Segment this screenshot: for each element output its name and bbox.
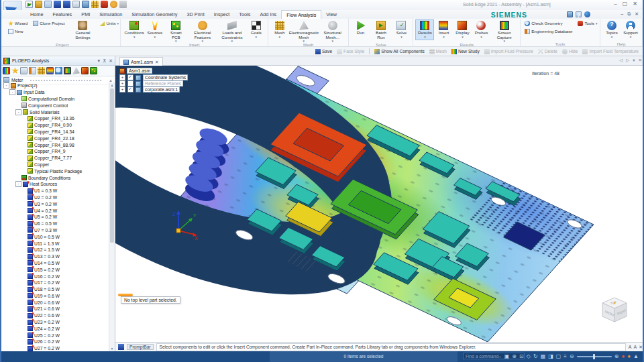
expand-toggle[interactable] (21, 156, 26, 160)
tree-item[interactable]: Copper_FR4_0.90 (1, 122, 109, 129)
tree-item[interactable]: - Heat Sources (1, 181, 109, 188)
expand-toggle[interactable] (21, 129, 26, 134)
tab-close-all-icon[interactable]: ✕ (639, 58, 642, 63)
expand-toggle[interactable] (21, 116, 26, 121)
expand-toggle[interactable]: + (119, 80, 125, 86)
expand-toggle[interactable] (21, 188, 26, 193)
statusbar-icon[interactable]: ⊖ (570, 354, 574, 359)
tools2-icon[interactable] (101, 1, 108, 8)
solve-icon[interactable] (72, 1, 80, 8)
menu-tab[interactable]: 3D Print (182, 10, 209, 19)
facestyle-icon[interactable] (119, 1, 127, 8)
tree-item[interactable]: U4 = 0.2 W (1, 207, 109, 214)
doc-close-icon[interactable]: ✕ (635, 11, 639, 16)
promptbar-control[interactable]: A (629, 345, 632, 350)
topics-icon[interactable] (584, 11, 590, 17)
tree-item[interactable]: U26 = 0.2 W (1, 339, 109, 345)
promptbar-control[interactable]: ✕ (639, 345, 643, 350)
context-toolbar-item[interactable]: Save (315, 49, 332, 54)
menu-tab[interactable]: Home (25, 10, 48, 19)
expand-toggle[interactable] (21, 143, 26, 147)
context-toolbar-item[interactable]: Import Fluid Pressure (484, 49, 533, 54)
doc-minimize-icon[interactable]: – (621, 11, 623, 16)
context-toolbar-item[interactable]: Mesh (429, 49, 447, 54)
statusbar-icon[interactable]: ⊕ (512, 354, 517, 359)
expand-toggle[interactable] (21, 254, 26, 259)
pathfinder-root[interactable]: Asm1.asm (119, 68, 188, 74)
expand-toggle[interactable]: + (119, 74, 125, 80)
tree-item[interactable]: U5 = 0.2 W (1, 214, 109, 221)
tab-next-icon[interactable]: ▷ (626, 58, 629, 63)
expand-toggle[interactable] (21, 169, 26, 174)
expand-toggle[interactable] (21, 195, 26, 200)
tree-item[interactable]: U12 = 1.5 W (1, 247, 109, 253)
expand-toggle[interactable]: - (9, 89, 15, 95)
expand-toggle[interactable] (21, 247, 26, 252)
tree-item[interactable]: Boundary Conditions (1, 174, 109, 181)
tree-item[interactable]: Copper_FR4_9 (1, 148, 109, 155)
ribbon-button[interactable]: Batch Run (370, 19, 392, 44)
statusbar-icon[interactable]: ◇ (527, 354, 531, 359)
tree-item[interactable]: - Solid Materials (1, 109, 109, 115)
tree-item[interactable]: U20 = 0.6 W (1, 299, 109, 306)
ribbon-button[interactable]: Check Geometry (523, 19, 566, 27)
tree-item[interactable]: U18 = 0.5 W (1, 286, 109, 293)
maximize-icon[interactable]: ▢ (623, 1, 628, 7)
expand-toggle[interactable]: - (15, 181, 21, 187)
context-toolbar-item[interactable]: Import Fluid Temperature (582, 49, 639, 54)
tree-item[interactable]: U25 = 0.2 W (1, 332, 109, 339)
insertres-icon[interactable] (46, 67, 54, 74)
document-tab[interactable]: Asm1.asm ✕ (119, 57, 163, 66)
checkgeom-icon[interactable] (55, 67, 62, 74)
results-icon[interactable] (3, 67, 10, 74)
expand-toggle[interactable]: - (15, 109, 21, 115)
ribbon-button[interactable]: Insert ▾ (434, 19, 453, 40)
ribbon-button[interactable]: Topics ▾ (602, 19, 621, 40)
context-toolbar-item[interactable]: Show All Components (374, 49, 425, 54)
mesh-icon[interactable] (38, 67, 45, 74)
minimize-icon[interactable]: – (614, 1, 616, 7)
statusbar-icon[interactable]: ≡ (564, 354, 567, 359)
batchrun-icon[interactable] (35, 1, 42, 8)
tree-item[interactable]: Copper_FR4_7.77 (1, 155, 109, 162)
expand-toggle[interactable] (21, 202, 26, 206)
save-icon[interactable] (54, 1, 61, 8)
pin-icon[interactable]: ⊼ (103, 58, 106, 63)
expand-toggle[interactable] (21, 339, 26, 344)
smartpcb-icon[interactable] (90, 67, 97, 74)
expand-toggle[interactable] (21, 274, 26, 279)
visibility-checkbox[interactable] (127, 80, 133, 86)
expand-toggle[interactable]: + (119, 86, 125, 93)
tree-item[interactable]: U27 = 0.2 W (1, 345, 109, 351)
tree-item[interactable]: Copper_FR4_14.34 (1, 129, 109, 135)
statusbar-icon[interactable]: ● (627, 354, 631, 359)
tree-item[interactable]: U1 = 0.3 W (1, 188, 109, 194)
expand-toggle[interactable] (21, 215, 26, 219)
statusbar-icon[interactable]: ↻ (533, 354, 538, 359)
panel-menu-icon[interactable]: ▾ (97, 58, 100, 63)
tree-item[interactable]: Copper_FR4_13.36 (1, 115, 109, 122)
context-toolbar-item[interactable]: Delete (538, 49, 557, 54)
expand-toggle[interactable] (15, 176, 20, 180)
menu-tab[interactable]: Features (48, 10, 76, 19)
statusbar-icon[interactable]: ● (621, 354, 625, 359)
tree-item[interactable]: U16 = 0.2 W (1, 273, 109, 280)
menu-tab[interactable]: Flow Analysis (281, 10, 321, 19)
pathfinder-item[interactable]: + corporate.asm:1 (119, 86, 188, 93)
tree-item[interactable]: Copper (1, 162, 109, 168)
expand-toggle[interactable] (21, 287, 26, 292)
elecfeat-icon[interactable] (110, 1, 117, 8)
tab-prev-icon[interactable]: ◁ (619, 58, 623, 63)
context-toolbar-item[interactable]: Hide (562, 49, 578, 54)
tree-item[interactable]: U11 = 1.3 W (1, 240, 109, 247)
tree-item[interactable]: U10 = 0.5 W (1, 233, 109, 240)
expand-toggle[interactable] (21, 136, 26, 141)
ribbon-button[interactable]: Support ▾ (621, 19, 640, 40)
expand-toggle[interactable] (21, 267, 26, 272)
ribbon-button[interactable]: Screen Capture ▾ (490, 19, 518, 44)
expand-toggle[interactable] (21, 333, 26, 338)
tree-item[interactable]: U13 = 0.3 W (1, 253, 109, 260)
ribbon-button[interactable]: Display ▾ (453, 19, 472, 40)
tree-item[interactable]: U22 = 0.6 W (1, 312, 109, 319)
tree-item[interactable]: U17 = 0.2 W (1, 280, 109, 286)
